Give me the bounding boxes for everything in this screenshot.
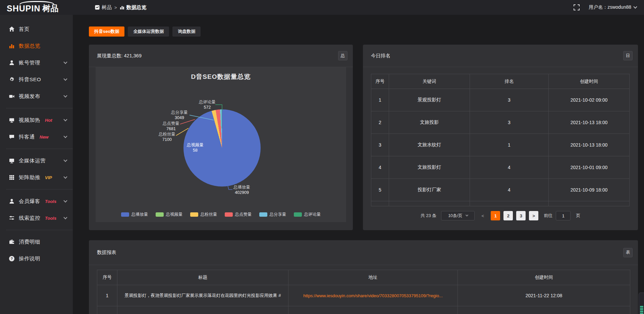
app-header: SHUPIN 树品 树品 > 数据总览 用户名：zswodun88	[0, 0, 644, 15]
bar-chart-icon	[120, 5, 124, 10]
chevron-down-icon	[465, 214, 468, 216]
table-cell: 2021-10-02 09:00	[549, 89, 630, 111]
sidebar-divider	[6, 108, 73, 108]
chevron-down-icon	[63, 117, 67, 121]
chevron-down-icon	[63, 77, 67, 81]
page-button-1[interactable]: 1	[491, 211, 500, 220]
legend-swatch	[190, 212, 198, 217]
table-cell: 5	[371, 179, 389, 201]
fullscreen-icon[interactable]	[573, 4, 580, 11]
sidebar-item-media-operation[interactable]: 全媒体运营	[0, 152, 73, 169]
pie-label: 总视频量58	[180, 142, 210, 153]
sidebar-item-account-manage[interactable]: 账号管理	[0, 54, 73, 71]
sidebar-badge: Tools	[45, 199, 56, 204]
legend-swatch	[225, 212, 233, 217]
rank-day-button[interactable]: 日	[623, 51, 633, 60]
legend-item-3[interactable]: 总点赞量	[225, 212, 252, 217]
video-url-link[interactable]: https://www.iesdouyin.com/share/video/70…	[303, 293, 443, 298]
table-cell	[97, 306, 117, 314]
rank-panel-title: 今日排名	[371, 53, 390, 59]
page-button-3[interactable]: 3	[516, 211, 526, 220]
sidebar-item-video-heat[interactable]: 视频加热Hot	[0, 112, 73, 128]
sidebar-item-video-publish[interactable]: 视频发布	[0, 88, 73, 105]
legend-swatch	[156, 212, 164, 217]
report-table-button[interactable]: 表	[623, 248, 633, 257]
tab-media-operation-data[interactable]: 全媒体运营数据	[128, 27, 169, 37]
breadcrumb-separator: >	[114, 5, 117, 10]
floating-widget[interactable]	[639, 293, 644, 314]
prev-page-button[interactable]: <	[478, 211, 487, 220]
table-row: 3文旅水纹灯12021-10-13 18:00	[371, 134, 630, 156]
sidebar-item-matrix-boost[interactable]: 矩阵助推VIP	[0, 169, 73, 186]
sidebar-badge: VIP	[45, 175, 52, 180]
home-icon	[9, 26, 15, 32]
logo-suffix: 树品	[42, 3, 58, 14]
table-cell: 2021-10-09 18:00	[549, 179, 630, 201]
chart-legend: 总播放量总视频量总粉丝量总点赞量总分享量总评论量	[96, 212, 346, 217]
sidebar-item-data-overview[interactable]: 数据总览	[0, 38, 73, 54]
sidebar-item-leads-monitor[interactable]: 线索监控Tools	[0, 210, 73, 226]
breadcrumb: 树品 > 数据总览	[95, 4, 147, 11]
legend-item-4[interactable]: 总分享量	[259, 212, 286, 217]
table-cell	[389, 201, 470, 206]
report-panel-title: 数据报表	[97, 249, 116, 256]
svg-text:?: ?	[11, 257, 13, 261]
sidebar-item-help[interactable]: ?操作说明	[0, 250, 73, 267]
main-content: 抖音seo数据全媒体运营数据询盘数据 展现量总数: 421,369 总 D音SE…	[73, 15, 644, 314]
column-header: 创建时间	[549, 74, 630, 89]
pie-label: 总评论量572	[192, 99, 222, 110]
rank-table: 序号关键词排名创建时间1景观投影灯32021-10-02 09:002文旅投影3…	[371, 74, 630, 206]
legend-item-2[interactable]: 总粉丝量	[190, 212, 217, 217]
table-row: 4文旅投影灯42021-10-01 09:00	[371, 156, 630, 179]
sidebar-item-douyin-seo[interactable]: 抖音SEO	[0, 71, 73, 88]
sidebar-item-label: 视频发布	[19, 93, 40, 100]
legend-item-1[interactable]: 总视频量	[156, 212, 183, 217]
chart-total-button[interactable]: 总	[338, 51, 347, 60]
table-cell: 4	[470, 179, 549, 201]
breadcrumb-item-current[interactable]: 数据总览	[120, 4, 147, 11]
page-size-select[interactable]: 10条/页	[441, 211, 475, 220]
table-cell	[470, 201, 549, 206]
table-cell: 1	[97, 285, 117, 306]
table-cell: 2021-10-13 18:00	[549, 134, 630, 156]
rank-panel-header: 今日排名 日	[363, 45, 638, 67]
tab-douyin-seo-data[interactable]: 抖音seo数据	[89, 27, 124, 37]
sidebar-divider	[6, 149, 73, 149]
table-cell: 3	[371, 134, 389, 156]
video-url-cell: https://www.iesdouyin.com/share/video/70…	[288, 285, 458, 306]
table-cell: 景观投影灯	[389, 89, 470, 111]
sidebar-item-member-baoke[interactable]: 会员爆客Tools	[0, 193, 73, 210]
pie-leader-lines	[96, 67, 346, 222]
legend-item-5[interactable]: 总评论量	[294, 212, 321, 217]
sidebar-item-home[interactable]: 首页	[0, 21, 73, 38]
table-row-partial	[97, 306, 630, 314]
page-button-2[interactable]: 2	[503, 211, 513, 220]
tab-inquiry-data[interactable]: 询盘数据	[172, 27, 201, 37]
sidebar-item-douketong[interactable]: 抖客通New	[0, 128, 73, 145]
user-icon	[9, 60, 15, 66]
legend-label: 总分享量	[270, 212, 286, 217]
pagination: 共 23 条10条/页<123>前往页	[363, 211, 638, 220]
table-cell: 1	[371, 89, 389, 111]
legend-item-0[interactable]: 总播放量	[121, 212, 148, 217]
sidebar-item-label: 账号管理	[19, 59, 40, 66]
sidebar-item-consume-detail[interactable]: 消费明细	[0, 233, 73, 250]
breadcrumb-item-home[interactable]: 树品	[95, 4, 112, 11]
sliders-icon	[9, 215, 15, 221]
legend-label: 总播放量	[131, 212, 148, 217]
pie-label: 总播放量402909	[227, 185, 257, 195]
table-cell	[371, 201, 389, 206]
table-cell: 文旅投影	[389, 111, 470, 134]
chart-panel-header: 展现量总数: 421,369 总	[89, 45, 353, 67]
table-row: 1景观投影灯32021-10-02 09:00	[371, 89, 630, 111]
next-page-button[interactable]: >	[529, 211, 538, 220]
user-menu[interactable]: 用户名：zswodun88	[589, 4, 637, 10]
legend-label: 总视频量	[166, 212, 183, 217]
rank-panel: 今日排名 日 序号关键词排名创建时间1景观投影灯32021-10-02 09:0…	[363, 45, 638, 230]
chevron-down-icon	[63, 199, 67, 202]
legend-swatch	[259, 212, 267, 217]
gear-icon	[9, 76, 15, 83]
wallet-icon	[9, 239, 15, 245]
goto-page-input[interactable]	[556, 211, 571, 220]
chevron-down-icon	[63, 60, 67, 64]
